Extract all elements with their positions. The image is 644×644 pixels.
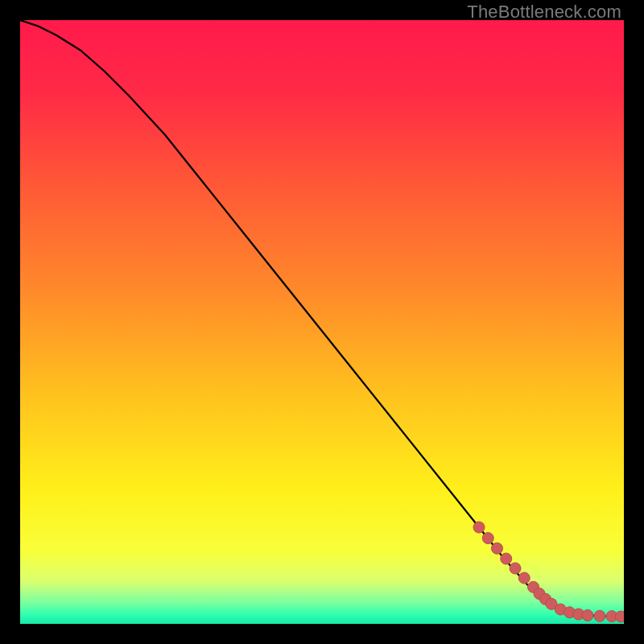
data-marker [473,522,485,533]
data-marker [582,610,593,621]
data-marker [492,543,503,554]
data-marker [518,572,530,584]
data-marker [482,533,493,544]
chart-svg [20,20,624,624]
plot-area [20,20,624,624]
data-marker [501,553,512,564]
data-marker [594,610,605,621]
chart-stage: TheBottleneck.com [0,0,644,644]
gradient-background [20,20,624,624]
data-marker [510,563,521,574]
watermark-label: TheBottleneck.com [467,2,621,23]
data-marker [615,611,624,622]
